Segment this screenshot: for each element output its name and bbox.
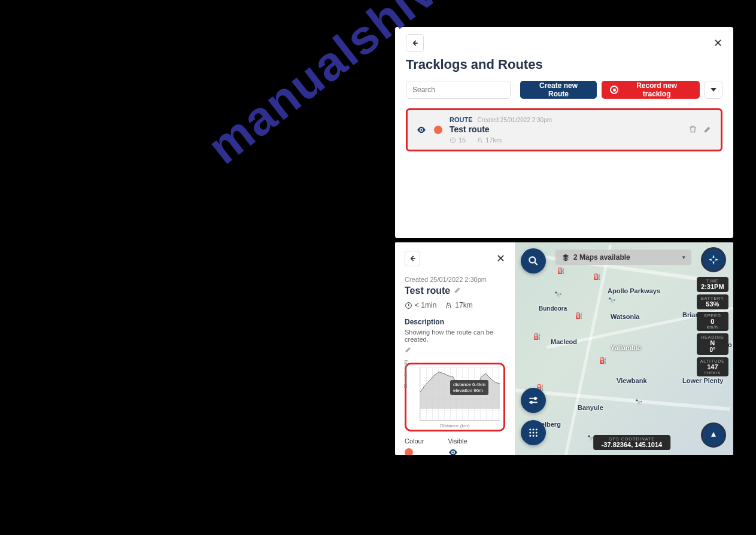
map-label-lowerplenty: Lower Plenty — [682, 377, 723, 384]
chart-xlabel: Distance (km) — [410, 423, 500, 428]
poi-icon: 🔭 — [634, 398, 643, 406]
route-detail-panel: ✕ Created 25/01/2022 2:30pm Test route <… — [395, 242, 733, 455]
colour-section: Colour — [405, 437, 424, 455]
chevron-down-icon — [711, 88, 716, 92]
search-fab[interactable] — [521, 248, 546, 273]
map-label-banyule: Banyule — [578, 404, 603, 411]
close-button[interactable]: ✕ — [496, 252, 505, 265]
elevation-chart[interactable]: Elevation (m) distance 6.4km elevation 9… — [405, 363, 505, 431]
record-icon — [610, 86, 618, 94]
svg-point-9 — [536, 428, 538, 430]
route-waypoints: 15 — [450, 136, 466, 144]
svg-point-7 — [529, 428, 531, 430]
settings-fab[interactable] — [521, 388, 546, 413]
route-type-label: ROUTE — [450, 116, 473, 123]
eye-icon — [416, 124, 427, 135]
svg-point-4 — [529, 257, 535, 263]
arrow-left-icon — [411, 39, 419, 47]
route-color-dot — [434, 126, 442, 134]
svg-point-10 — [529, 432, 531, 434]
svg-point-3 — [453, 452, 454, 454]
pencil-icon — [454, 285, 462, 294]
page-title: Tracklogs and Routes — [406, 57, 722, 72]
search-icon — [527, 255, 539, 267]
search-input[interactable] — [406, 81, 511, 99]
pencil-icon — [703, 124, 712, 133]
visibility-toggle[interactable] — [416, 124, 427, 135]
poi-icon: ⛽ — [575, 311, 583, 320]
map-label-bundoora: Bundoora — [539, 305, 567, 312]
map-label-watsonia: Watsonia — [611, 313, 640, 320]
description-text: Showing how the route can be created. — [405, 329, 505, 343]
create-route-button[interactable]: Create new Route — [520, 81, 597, 99]
visible-toggle[interactable] — [448, 447, 467, 455]
route-name: Test route — [405, 285, 450, 296]
svg-point-11 — [533, 432, 535, 434]
close-button[interactable]: ✕ — [714, 37, 722, 50]
colour-label: Colour — [405, 437, 424, 445]
close-icon: ✕ — [714, 37, 722, 49]
map-label-yallambie: Yallambie — [611, 344, 641, 351]
maps-available-bar[interactable]: 2 Maps available ▾ — [555, 250, 691, 265]
menu-fab[interactable] — [521, 420, 546, 445]
clock-icon — [405, 302, 412, 309]
back-button[interactable] — [406, 34, 424, 52]
hud-battery: BATTERY 53% — [697, 294, 728, 309]
compass-button[interactable] — [701, 247, 726, 272]
svg-point-5 — [535, 397, 536, 399]
svg-point-14 — [533, 435, 535, 437]
edit-name-button[interactable] — [454, 285, 462, 296]
recenter-button[interactable] — [701, 422, 726, 448]
route-name: Test route — [450, 124, 681, 134]
route-distance: 17km — [476, 136, 502, 144]
poi-icon: ⛽ — [599, 356, 607, 364]
hud-heading: HEADING N 0° — [697, 333, 728, 355]
visible-section: Visible — [448, 437, 467, 455]
close-icon: ✕ — [496, 253, 505, 265]
gps-coordinate: GPS COORDINATE -37.82364, 145.1014 — [593, 435, 671, 450]
svg-point-15 — [536, 435, 538, 437]
grid-icon — [528, 427, 539, 438]
edit-description-button[interactable] — [405, 345, 412, 355]
poi-icon: 🔭 — [608, 296, 616, 305]
dropdown-button[interactable] — [705, 81, 722, 99]
hud-time: TIME 2:31PM — [697, 277, 728, 292]
layers-icon — [561, 253, 570, 262]
hud-speed: SPEED 0 km/h — [697, 312, 728, 331]
eye-icon — [448, 447, 459, 455]
locate-icon — [709, 430, 718, 440]
record-tracklog-button[interactable]: Record new tracklog — [602, 81, 700, 99]
map-view[interactable]: Apollo Parkways Bundoora Watsonia Briar … — [515, 242, 733, 455]
colour-swatch[interactable] — [405, 448, 413, 455]
svg-point-0 — [421, 129, 423, 131]
hud-altitude: ALTITUDE 147 meters — [697, 357, 728, 376]
delete-button[interactable] — [688, 124, 697, 136]
chevron-down-icon: ▾ — [682, 254, 685, 260]
route-created: Created 25/01/2022 2:30pm — [405, 276, 505, 283]
svg-point-13 — [529, 435, 531, 437]
visible-label: Visible — [448, 437, 467, 445]
route-info: ROUTE Created 25/01/2022 2:30pm Test rou… — [450, 116, 681, 144]
poi-icon: ⛽ — [557, 266, 565, 275]
poi-icon: 🔭 — [554, 290, 562, 299]
clock-icon — [450, 137, 456, 144]
route-created-label: Created 25/01/2022 2:30pm — [478, 117, 552, 123]
chart-tooltip: distance 6.4km elevation 96m — [450, 380, 488, 395]
route-time: < 1min — [405, 301, 436, 309]
maps-available-label: 2 Maps available — [573, 253, 630, 262]
edit-button[interactable] — [703, 124, 712, 136]
route-list-item[interactable]: ROUTE Created 25/01/2022 2:30pm Test rou… — [406, 108, 722, 151]
map-label-apollo: Apollo Parkways — [608, 287, 660, 294]
poi-icon: ⛽ — [533, 332, 541, 341]
compass-icon — [708, 254, 719, 266]
trash-icon — [688, 124, 697, 133]
svg-point-6 — [530, 402, 532, 403]
back-button[interactable] — [405, 251, 420, 266]
route-distance: 17km — [445, 301, 472, 309]
svg-point-12 — [536, 432, 538, 434]
pencil-icon — [405, 345, 412, 353]
road-icon — [476, 137, 483, 144]
map-label-viewbank: Viewbank — [617, 377, 647, 384]
chart-ylabel: Elevation (m) — [403, 360, 408, 388]
tracklogs-panel: ✕ Tracklogs and Routes Create new Route … — [395, 27, 733, 238]
